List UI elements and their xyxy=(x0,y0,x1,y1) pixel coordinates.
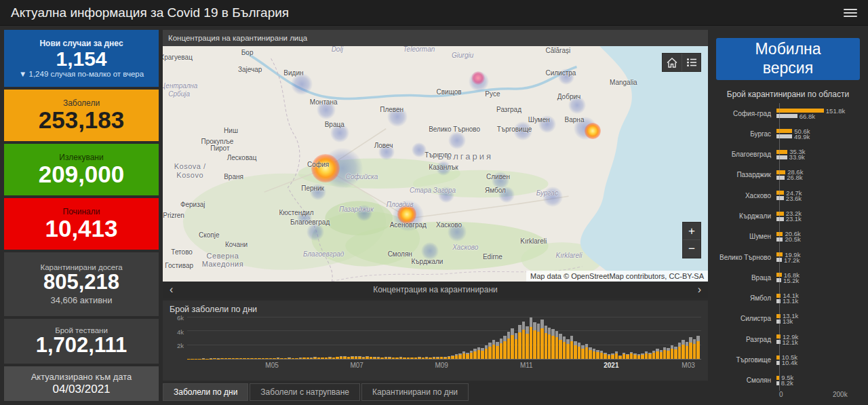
timeline-bar xyxy=(187,317,190,359)
map-label: Dolj xyxy=(332,46,343,54)
timeline-bar xyxy=(384,317,387,359)
region-label: Пазарджик xyxy=(713,171,775,178)
home-icon[interactable] xyxy=(663,54,682,71)
timeline-bar xyxy=(321,317,323,359)
timeline-bar xyxy=(399,317,402,359)
timeline-bar xyxy=(224,317,227,359)
map-label: Асеновград xyxy=(390,221,427,229)
timeline-bar xyxy=(336,317,338,359)
zoom-in-button[interactable]: + xyxy=(683,223,701,240)
region-value-label: 13.1k xyxy=(783,297,798,305)
timeline-bar xyxy=(555,317,558,359)
y-tick-label: 2k xyxy=(177,342,184,349)
heatmap-blob xyxy=(448,132,466,149)
region-bars: 24.7k23.6k xyxy=(775,190,863,201)
map-label: Разград xyxy=(496,106,521,114)
timeline-bar xyxy=(407,317,410,359)
timeline-bar xyxy=(302,317,305,359)
region-row: Кърджали23.2k23.1k xyxy=(713,211,863,222)
main-content: Концентрация на карантинирани лица xyxy=(163,30,708,401)
region-label: Кърджали xyxy=(713,212,775,220)
timeline-bar xyxy=(578,317,580,359)
heatmap-blob xyxy=(356,205,372,221)
timeline-bar xyxy=(373,317,376,359)
tab-quarantined-by-day[interactable]: Карантинирани по дни xyxy=(361,383,469,401)
timeline-plot[interactable] xyxy=(187,317,701,360)
menu-icon[interactable] xyxy=(844,7,857,19)
map-label: Тетово xyxy=(171,248,193,256)
map-panel-title: Концентрация на карантинирани лица xyxy=(163,30,708,46)
carousel-next-icon[interactable]: › xyxy=(698,284,701,295)
timeline-bar xyxy=(626,317,629,359)
zoom-out-button[interactable]: − xyxy=(683,240,701,258)
region-value-label: 66.8k xyxy=(800,113,815,120)
timeline-bar xyxy=(358,317,361,359)
timeline-bar xyxy=(559,317,561,359)
timeline-bar xyxy=(418,317,420,359)
heatmap-blob xyxy=(393,200,424,231)
axis-min-label: 0 xyxy=(779,391,783,398)
map-label: Călărași xyxy=(546,47,571,55)
timeline-bar xyxy=(370,317,372,359)
region-value-label: 12.1k xyxy=(783,339,798,346)
bottom-tabs: Заболели по дни Заболели с натрупване Ка… xyxy=(163,383,708,401)
basemap xyxy=(163,46,708,282)
region-bar xyxy=(776,314,781,318)
map-label: Враца xyxy=(325,121,344,129)
timeline-bar xyxy=(641,317,644,359)
tab-cases-cumulative[interactable]: Заболели с натрупване xyxy=(250,383,360,401)
legend-icon[interactable] xyxy=(682,54,701,71)
map-label: София xyxy=(307,161,329,169)
region-bar xyxy=(776,212,784,216)
stat-subtext: 34,606 активни xyxy=(51,295,113,305)
region-label: Смолян xyxy=(713,377,775,384)
heatmap-blob xyxy=(469,71,489,92)
x-tick-label: 2021 xyxy=(604,362,618,369)
region-bar xyxy=(776,196,784,200)
timeline-bar xyxy=(637,317,640,359)
map-canvas[interactable]: КрагуевацБорЗајечарВидинDoljTeleormanGiu… xyxy=(163,46,708,282)
map-label: Giurgiu xyxy=(452,52,473,60)
mobile-version-button[interactable]: Мобилна версия xyxy=(716,38,860,80)
timeline-bar xyxy=(530,317,532,359)
region-label: Велико Търново xyxy=(713,254,775,261)
region-row: Пазарджик28.6k26.8k xyxy=(713,170,863,180)
timeline-bar xyxy=(436,317,439,359)
timeline-bar xyxy=(674,317,677,359)
heatmap-blob xyxy=(498,187,515,203)
region-bars: 20.6k20.5k xyxy=(775,231,863,242)
stat-card-tested: Брой тествани 1,702,111 xyxy=(4,319,159,364)
region-bars: 35.3k33.9k xyxy=(775,149,863,160)
regions-sidebar: Мобилна версия Брой карантинирани по обл… xyxy=(712,30,864,401)
timeline-bar xyxy=(574,317,576,359)
region-value-label: 8.2k xyxy=(781,379,793,387)
timeline-bar xyxy=(633,317,636,359)
region-value-label: 26.8k xyxy=(787,174,802,181)
timeline-bar xyxy=(470,317,473,359)
region-bars: 151.8k66.8k xyxy=(775,108,863,119)
region-bar xyxy=(776,176,785,180)
stat-value: 253,183 xyxy=(39,108,125,133)
heatmap-blob xyxy=(542,187,563,207)
timeline-bar xyxy=(682,317,684,359)
map-label: Търговище xyxy=(497,126,532,134)
axis-max-label: 200k xyxy=(833,391,848,398)
region-value-label: 10.4k xyxy=(782,359,797,366)
timeline-bar xyxy=(228,317,231,359)
timeline-bar xyxy=(455,317,458,359)
timeline-bar xyxy=(537,317,540,359)
map-label: Пирот xyxy=(210,144,229,153)
timeline-bar xyxy=(410,317,413,359)
timeline-bar xyxy=(548,317,551,359)
timeline-bar xyxy=(545,317,547,359)
tab-cases-by-day[interactable]: Заболели по дни xyxy=(163,383,248,401)
timeline-bar xyxy=(205,317,208,359)
timeline-bar xyxy=(366,317,368,359)
map-label: Добрич xyxy=(557,93,581,101)
regions-bar-chart[interactable]: София-град151.8k66.8kБургас50.6k49.9kБла… xyxy=(713,103,863,391)
map-label: България xyxy=(437,152,492,162)
map-label: Сливен xyxy=(486,173,510,181)
timeline-bar xyxy=(678,317,681,359)
timeline-x-axis: М05М07М09М112021М03 xyxy=(187,360,701,370)
region-row: Ямбол14.1k13.1k xyxy=(713,293,863,304)
